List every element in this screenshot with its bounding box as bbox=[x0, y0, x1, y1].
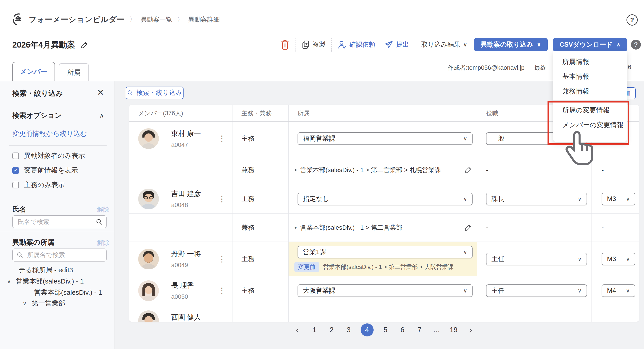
avatar bbox=[138, 128, 159, 149]
kebab-menu-icon[interactable]: ⋮ bbox=[218, 194, 226, 204]
next-page-icon[interactable]: › bbox=[466, 324, 476, 336]
toolbar-divider bbox=[415, 38, 415, 51]
page-2[interactable]: 2 bbox=[326, 324, 337, 336]
collapse-icon[interactable]: ∧ bbox=[100, 112, 104, 119]
chevron-down-icon: ∨ bbox=[537, 41, 541, 48]
checkbox-checked-icon[interactable]: ✓ bbox=[12, 167, 19, 174]
breadcrumb-separator: 〉 bbox=[130, 15, 136, 24]
member-name: 東村 康一 bbox=[171, 129, 201, 138]
delete-button[interactable] bbox=[280, 39, 290, 50]
kebab-menu-icon[interactable]: ⋮ bbox=[218, 254, 226, 264]
chevron-down-icon: ∨ bbox=[463, 288, 467, 294]
formation-builder-logo-icon bbox=[12, 13, 25, 26]
chevron-down-icon[interactable]: ∨ bbox=[7, 278, 11, 285]
chevron-down-icon: ∨ bbox=[626, 256, 630, 262]
search-icon bbox=[13, 252, 27, 258]
col-member: メンバー(376人) bbox=[129, 105, 232, 121]
checkbox-unchecked-icon[interactable] bbox=[12, 153, 19, 159]
cursor-hand-icon bbox=[566, 130, 599, 168]
member-code: a0048 bbox=[171, 202, 201, 209]
filter-by-before-link[interactable]: 変更前情報から絞り込む bbox=[12, 129, 87, 138]
grade-select[interactable]: M3 ∨ bbox=[602, 193, 635, 205]
tab-member[interactable]: メンバー bbox=[12, 62, 55, 81]
page-ellipsis[interactable]: … bbox=[432, 324, 442, 336]
grade-empty: - bbox=[592, 214, 639, 242]
page-5[interactable]: 5 bbox=[380, 324, 391, 336]
tree-item-first-sales-dept[interactable]: ∨ 第一営業部 bbox=[23, 299, 65, 308]
name-filter-clear-link[interactable]: 解除 bbox=[97, 205, 110, 214]
grade-select[interactable]: M4 ∨ bbox=[602, 284, 635, 297]
checkbox-unchecked-icon[interactable] bbox=[12, 182, 19, 188]
page-title: 2026年4月異動案 bbox=[12, 39, 75, 50]
edit-pencil-icon[interactable] bbox=[464, 224, 472, 232]
prev-page-icon[interactable]: ‹ bbox=[292, 324, 303, 336]
checkbox-row-show-before[interactable]: ✓ 変更前情報を表示 bbox=[12, 166, 78, 175]
col-org: 所属 bbox=[288, 105, 477, 121]
page-1[interactable]: 1 bbox=[310, 324, 320, 336]
page-4-current[interactable]: 4 bbox=[360, 324, 374, 337]
csv-download-button[interactable]: CSVダウンロード ∧ bbox=[553, 38, 628, 51]
menu-item-concurrent-info[interactable]: 兼務情報 bbox=[553, 84, 627, 99]
divider bbox=[9, 145, 106, 146]
chevron-down-icon: ∨ bbox=[626, 196, 630, 202]
open-filter-button[interactable]: 検索・絞り込み bbox=[126, 87, 184, 99]
page-6[interactable]: 6 bbox=[398, 324, 408, 336]
menu-item-org-info[interactable]: 所属情報 bbox=[553, 54, 627, 69]
org-search-input[interactable]: 所属名で検索 bbox=[12, 249, 106, 262]
member-code: a0050 bbox=[171, 293, 194, 300]
before-org-path: 営業本部(salesDiv.) - 1 > 第二営業部 > 大阪営業課 bbox=[323, 263, 454, 271]
search-icon[interactable] bbox=[92, 218, 106, 225]
org-path-text: 営業本部(salesDiv.) - 1 > 第二営業部 > 札幌営業課 bbox=[300, 166, 441, 174]
checkbox-row-main-duty-only[interactable]: 主務のみ表示 bbox=[12, 180, 64, 190]
edit-title-icon[interactable] bbox=[80, 41, 88, 49]
divider bbox=[0, 232, 114, 232]
kebab-menu-icon[interactable]: ⋮ bbox=[218, 286, 226, 295]
duty-label: 兼務 bbox=[232, 156, 288, 184]
col-duty: 主務・兼務 bbox=[232, 105, 288, 121]
search-filter-sidebar: 検索・絞り込み ✕ 検索オプション ∧ 変更前情報から絞り込む 異動対象者のみ表… bbox=[0, 81, 114, 349]
grade-select[interactable]: M3 ∨ bbox=[602, 253, 635, 265]
org-select[interactable]: 大阪営業課 ∨ bbox=[298, 284, 472, 297]
kebab-menu-icon[interactable]: ⋮ bbox=[218, 134, 226, 143]
chevron-down-icon[interactable]: ∨ bbox=[23, 300, 27, 307]
breadcrumb-plan-list[interactable]: 異動案一覧 bbox=[141, 15, 172, 24]
org-path-text: 営業本部(salesDiv.) - 1 > 第二営業部 bbox=[300, 223, 402, 232]
chevron-down-icon: ∨ bbox=[578, 196, 582, 202]
page-19[interactable]: 19 bbox=[448, 324, 459, 336]
duplicate-button[interactable]: 複製 bbox=[302, 40, 326, 49]
duty-label: 主務 bbox=[232, 276, 288, 305]
page-7[interactable]: 7 bbox=[414, 324, 425, 336]
toolbar-help-icon[interactable]: ? bbox=[631, 40, 641, 49]
chevron-up-icon: ∧ bbox=[616, 41, 621, 48]
import-result-button[interactable]: 取り込み結果 ∨ bbox=[421, 40, 467, 49]
tab-org[interactable]: 所属 bbox=[59, 63, 89, 81]
avatar bbox=[138, 189, 159, 209]
avatar bbox=[138, 249, 159, 269]
submit-button[interactable]: 提出 bbox=[384, 40, 409, 49]
review-request-button[interactable]: 確認依頼 bbox=[338, 40, 376, 49]
post-select[interactable]: 課長 ∨ bbox=[486, 193, 587, 205]
tree-item-sales-div-child[interactable]: 営業本部(salesDiv.) - 1 bbox=[34, 288, 102, 297]
org-select[interactable]: 営業1課 ∨ bbox=[298, 246, 472, 258]
close-icon[interactable]: ✕ bbox=[97, 87, 104, 97]
tree-item-edit3[interactable]: 弄る様所属 - edit3 bbox=[18, 266, 73, 275]
org-filter-clear-link[interactable]: 解除 bbox=[97, 238, 110, 247]
checkbox-row-transfer-only[interactable]: 異動対象者のみ表示 bbox=[12, 151, 85, 160]
edit-pencil-icon[interactable] bbox=[464, 166, 472, 174]
post-empty: - bbox=[477, 214, 592, 242]
name-search-placeholder: 氏名で検索 bbox=[13, 218, 92, 226]
tree-item-sales-div[interactable]: ∨ 営業本部(salesDiv.) - 1 bbox=[7, 277, 84, 286]
import-plan-button[interactable]: 異動案の取り込み ∨ bbox=[474, 38, 548, 51]
bullet-icon: • bbox=[294, 166, 297, 174]
duty-label: 主務 bbox=[232, 242, 288, 276]
org-select[interactable]: 指定なし ∨ bbox=[298, 193, 472, 205]
creator-label: 作成者:temp056@kaonavi.jp bbox=[448, 64, 524, 72]
name-search-input[interactable]: 氏名で検索 bbox=[12, 215, 106, 228]
menu-item-basic-info[interactable]: 基本情報 bbox=[553, 69, 627, 84]
post-select[interactable]: 主任 ∨ bbox=[486, 284, 587, 297]
member-code: a0047 bbox=[171, 142, 201, 148]
help-icon[interactable]: ? bbox=[626, 14, 638, 25]
org-select[interactable]: 福岡営業課 ∨ bbox=[298, 132, 472, 145]
page-3[interactable]: 3 bbox=[344, 324, 354, 336]
post-select[interactable]: 主任 ∨ bbox=[486, 253, 587, 265]
